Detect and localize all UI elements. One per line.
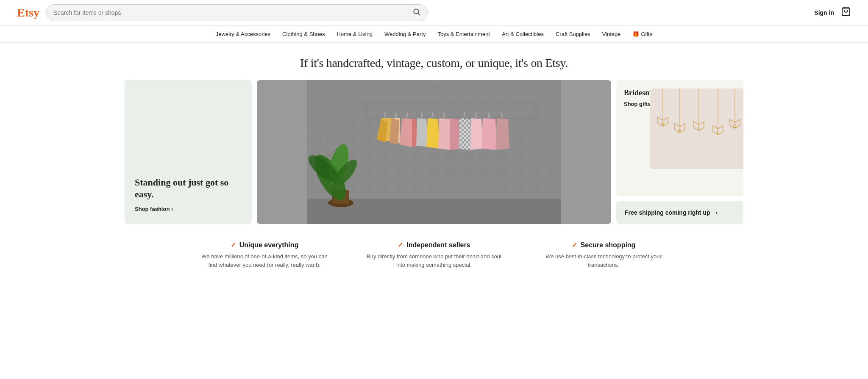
nav-item-jewelry[interactable]: Jewelry & Accessories [216, 31, 270, 37]
right-column: Bridesmaids must-haves Shop gifts › [616, 80, 743, 224]
header: Etsy Sign in [0, 0, 868, 26]
svg-text:E: E [679, 128, 682, 133]
value-prop-unique: ✓ Unique everything We have millions of … [197, 241, 332, 269]
free-shipping-panel[interactable]: Free shipping coming right up › [616, 201, 743, 224]
fashion-promo-title: Standing out just got so easy. [135, 177, 242, 201]
search-input[interactable] [53, 9, 409, 16]
hero-tagline: If it's handcrafted, vintage, custom, or… [0, 43, 868, 80]
necklaces-image: H E L L O [650, 89, 743, 169]
svg-line-1 [418, 13, 420, 15]
value-prop-secure-title: Secure shopping [581, 241, 636, 249]
header-actions: Sign in [814, 6, 851, 19]
svg-text:L: L [717, 130, 719, 135]
nav-item-gifts[interactable]: 🎁 Gifts [632, 31, 652, 37]
sign-in-button[interactable]: Sign in [814, 9, 834, 16]
value-prop-independent-desc: Buy directly from someone who put their … [366, 252, 502, 269]
nav-item-art[interactable]: Art & Collectibles [502, 31, 544, 37]
value-prop-unique-desc: We have millions of one-of-a-kind items,… [197, 252, 332, 269]
hero-image [257, 80, 611, 224]
nav-item-clothing[interactable]: Clothing & Shoes [282, 31, 325, 37]
chevron-right-icon: › [715, 209, 717, 216]
etsy-logo[interactable]: Etsy [17, 6, 39, 19]
svg-text:H: H [661, 122, 664, 127]
value-prop-secure-desc: We use best-in-class technology to prote… [536, 252, 671, 269]
nav-item-toys[interactable]: Toys & Entertainment [437, 31, 490, 37]
value-prop-independent: ✓ Independent sellers Buy directly from … [366, 241, 502, 269]
value-props-section: ✓ Unique everything We have millions of … [0, 224, 868, 282]
main-nav: Jewelry & Accessories Clothing & Shoes H… [0, 26, 868, 43]
check-icon-secure: ✓ [572, 241, 577, 249]
cart-icon[interactable] [841, 6, 851, 19]
nav-item-craft[interactable]: Craft Supplies [556, 31, 590, 37]
chevron-right-icon: › [171, 206, 173, 212]
search-bar [46, 4, 428, 21]
check-icon-unique: ✓ [231, 241, 236, 249]
svg-text:L: L [698, 126, 700, 131]
value-prop-independent-title: Independent sellers [406, 241, 470, 249]
shop-fashion-link[interactable]: Shop fashion › [135, 206, 242, 212]
value-prop-unique-title: Unique everything [239, 241, 299, 249]
main-content: Standing out just got so easy. Shop fash… [108, 80, 760, 224]
gift-icon: 🎁 [632, 31, 639, 37]
svg-text:O: O [733, 124, 737, 129]
nav-item-wedding[interactable]: Wedding & Party [384, 31, 426, 37]
search-icon[interactable] [413, 8, 420, 17]
hero-image-panel [257, 80, 611, 224]
nav-item-vintage[interactable]: Vintage [602, 31, 621, 37]
fashion-promo-panel: Standing out just got so easy. Shop fash… [125, 80, 252, 224]
necklace-decoration: H E L L O [650, 89, 743, 169]
nav-item-home[interactable]: Home & Living [337, 31, 373, 37]
free-shipping-text: Free shipping coming right up [625, 209, 710, 216]
check-icon-independent: ✓ [398, 241, 403, 249]
value-prop-secure: ✓ Secure shopping We use best-in-class t… [536, 241, 671, 269]
bridesmaids-panel: Bridesmaids must-haves Shop gifts › [616, 80, 743, 196]
